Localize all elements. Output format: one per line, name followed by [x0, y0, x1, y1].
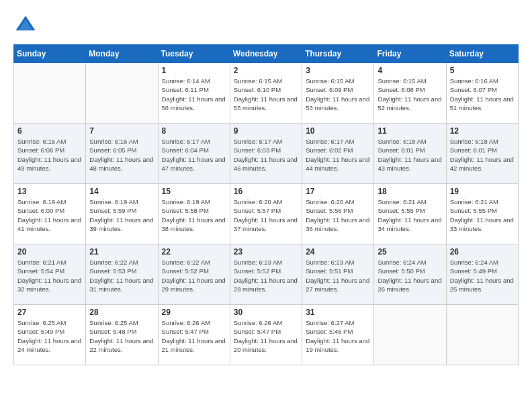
weekday-header: Tuesday	[158, 45, 230, 63]
logo	[13, 13, 40, 38]
calendar-week-row: 20Sunrise: 6:21 AM Sunset: 5:54 PM Dayli…	[14, 244, 519, 305]
day-number: 6	[17, 126, 82, 136]
day-info: Sunrise: 6:24 AM Sunset: 5:49 PM Dayligh…	[450, 258, 515, 293]
calendar-cell: 18Sunrise: 6:21 AM Sunset: 5:55 PM Dayli…	[374, 184, 446, 244]
day-number: 19	[450, 187, 515, 196]
day-number: 24	[306, 247, 370, 257]
calendar-cell	[446, 305, 518, 365]
weekday-header: Sunday	[14, 45, 86, 63]
day-number: 5	[450, 66, 515, 75]
day-number: 31	[306, 308, 370, 317]
calendar-cell: 31Sunrise: 6:27 AM Sunset: 5:46 PM Dayli…	[302, 305, 374, 365]
calendar-cell: 27Sunrise: 6:25 AM Sunset: 5:49 PM Dayli…	[14, 305, 86, 365]
day-info: Sunrise: 6:16 AM Sunset: 6:05 PM Dayligh…	[89, 137, 154, 173]
day-info: Sunrise: 6:21 AM Sunset: 5:54 PM Dayligh…	[17, 258, 82, 293]
day-info: Sunrise: 6:22 AM Sunset: 5:52 PM Dayligh…	[162, 258, 226, 293]
day-info: Sunrise: 6:22 AM Sunset: 5:53 PM Dayligh…	[89, 258, 154, 293]
calendar-table: SundayMondayTuesdayWednesdayThursdayFrid…	[13, 44, 519, 365]
calendar-cell: 22Sunrise: 6:22 AM Sunset: 5:52 PM Dayli…	[158, 244, 230, 305]
day-info: Sunrise: 6:16 AM Sunset: 6:06 PM Dayligh…	[17, 137, 82, 173]
calendar-cell	[374, 305, 446, 365]
day-info: Sunrise: 6:23 AM Sunset: 5:51 PM Dayligh…	[306, 258, 370, 293]
day-number: 2	[234, 66, 298, 75]
day-info: Sunrise: 6:23 AM Sunset: 5:52 PM Dayligh…	[234, 258, 298, 293]
day-info: Sunrise: 6:17 AM Sunset: 6:04 PM Dayligh…	[162, 137, 226, 173]
day-info: Sunrise: 6:26 AM Sunset: 5:47 PM Dayligh…	[162, 318, 226, 354]
logo-icon	[13, 13, 38, 38]
weekday-header: Monday	[86, 45, 158, 63]
day-info: Sunrise: 6:21 AM Sunset: 5:55 PM Dayligh…	[450, 197, 515, 233]
calendar-cell: 10Sunrise: 6:17 AM Sunset: 6:02 PM Dayli…	[302, 124, 374, 184]
page-header	[13, 13, 519, 38]
day-info: Sunrise: 6:17 AM Sunset: 6:03 PM Dayligh…	[234, 137, 298, 173]
calendar-cell	[14, 63, 86, 124]
weekday-header: Saturday	[446, 45, 518, 63]
day-number: 8	[162, 126, 226, 136]
day-number: 15	[162, 187, 226, 196]
calendar-cell: 15Sunrise: 6:19 AM Sunset: 5:58 PM Dayli…	[158, 184, 230, 244]
day-info: Sunrise: 6:24 AM Sunset: 5:50 PM Dayligh…	[378, 258, 442, 293]
calendar-week-row: 1Sunrise: 6:14 AM Sunset: 6:11 PM Daylig…	[14, 63, 519, 124]
calendar-cell: 21Sunrise: 6:22 AM Sunset: 5:53 PM Dayli…	[86, 244, 158, 305]
calendar-cell: 3Sunrise: 6:15 AM Sunset: 6:09 PM Daylig…	[302, 63, 374, 124]
day-number: 25	[378, 247, 442, 257]
calendar-cell: 8Sunrise: 6:17 AM Sunset: 6:04 PM Daylig…	[158, 124, 230, 184]
day-number: 29	[162, 308, 226, 317]
calendar-cell: 17Sunrise: 6:20 AM Sunset: 5:56 PM Dayli…	[302, 184, 374, 244]
day-info: Sunrise: 6:18 AM Sunset: 6:01 PM Dayligh…	[450, 137, 515, 173]
day-number: 13	[17, 187, 82, 196]
day-number: 7	[89, 126, 154, 136]
day-number: 18	[378, 187, 442, 196]
day-info: Sunrise: 6:16 AM Sunset: 6:07 PM Dayligh…	[450, 77, 515, 112]
calendar-header-row: SundayMondayTuesdayWednesdayThursdayFrid…	[14, 45, 519, 63]
day-info: Sunrise: 6:15 AM Sunset: 6:08 PM Dayligh…	[378, 77, 442, 112]
day-number: 30	[234, 308, 298, 317]
calendar-cell: 6Sunrise: 6:16 AM Sunset: 6:06 PM Daylig…	[14, 124, 86, 184]
calendar-cell: 28Sunrise: 6:25 AM Sunset: 5:48 PM Dayli…	[86, 305, 158, 365]
calendar-cell: 5Sunrise: 6:16 AM Sunset: 6:07 PM Daylig…	[446, 63, 518, 124]
day-number: 26	[450, 247, 515, 257]
day-info: Sunrise: 6:19 AM Sunset: 6:00 PM Dayligh…	[17, 197, 82, 233]
day-info: Sunrise: 6:21 AM Sunset: 5:55 PM Dayligh…	[378, 197, 442, 233]
day-number: 12	[450, 126, 515, 136]
day-number: 27	[17, 308, 82, 317]
calendar-week-row: 13Sunrise: 6:19 AM Sunset: 6:00 PM Dayli…	[14, 184, 519, 244]
calendar-week-row: 6Sunrise: 6:16 AM Sunset: 6:06 PM Daylig…	[14, 124, 519, 184]
weekday-header: Thursday	[302, 45, 374, 63]
calendar-cell: 2Sunrise: 6:15 AM Sunset: 6:10 PM Daylig…	[230, 63, 302, 124]
calendar-cell: 11Sunrise: 6:18 AM Sunset: 6:01 PM Dayli…	[374, 124, 446, 184]
day-number: 20	[17, 247, 82, 257]
calendar-cell: 20Sunrise: 6:21 AM Sunset: 5:54 PM Dayli…	[14, 244, 86, 305]
calendar-cell: 26Sunrise: 6:24 AM Sunset: 5:49 PM Dayli…	[446, 244, 518, 305]
calendar-cell: 24Sunrise: 6:23 AM Sunset: 5:51 PM Dayli…	[302, 244, 374, 305]
day-number: 1	[162, 66, 226, 75]
weekday-header: Wednesday	[230, 45, 302, 63]
calendar-cell	[86, 63, 158, 124]
day-number: 10	[306, 126, 370, 136]
day-info: Sunrise: 6:19 AM Sunset: 5:59 PM Dayligh…	[89, 197, 154, 233]
day-info: Sunrise: 6:18 AM Sunset: 6:01 PM Dayligh…	[378, 137, 442, 173]
day-number: 16	[234, 187, 298, 196]
calendar-cell: 30Sunrise: 6:26 AM Sunset: 5:47 PM Dayli…	[230, 305, 302, 365]
calendar-cell: 13Sunrise: 6:19 AM Sunset: 6:00 PM Dayli…	[14, 184, 86, 244]
calendar-cell: 25Sunrise: 6:24 AM Sunset: 5:50 PM Dayli…	[374, 244, 446, 305]
day-number: 23	[234, 247, 298, 257]
day-info: Sunrise: 6:25 AM Sunset: 5:48 PM Dayligh…	[89, 318, 154, 354]
weekday-header: Friday	[374, 45, 446, 63]
day-number: 3	[306, 66, 370, 75]
day-info: Sunrise: 6:17 AM Sunset: 6:02 PM Dayligh…	[306, 137, 370, 173]
calendar-cell: 19Sunrise: 6:21 AM Sunset: 5:55 PM Dayli…	[446, 184, 518, 244]
day-number: 28	[89, 308, 154, 317]
day-info: Sunrise: 6:27 AM Sunset: 5:46 PM Dayligh…	[306, 318, 370, 354]
day-number: 9	[234, 126, 298, 136]
calendar-week-row: 27Sunrise: 6:25 AM Sunset: 5:49 PM Dayli…	[14, 305, 519, 365]
calendar-cell: 4Sunrise: 6:15 AM Sunset: 6:08 PM Daylig…	[374, 63, 446, 124]
day-number: 4	[378, 66, 442, 75]
calendar-cell: 14Sunrise: 6:19 AM Sunset: 5:59 PM Dayli…	[86, 184, 158, 244]
day-info: Sunrise: 6:26 AM Sunset: 5:47 PM Dayligh…	[234, 318, 298, 354]
day-number: 22	[162, 247, 226, 257]
day-info: Sunrise: 6:20 AM Sunset: 5:57 PM Dayligh…	[234, 197, 298, 233]
day-number: 14	[89, 187, 154, 196]
day-number: 17	[306, 187, 370, 196]
calendar-cell: 7Sunrise: 6:16 AM Sunset: 6:05 PM Daylig…	[86, 124, 158, 184]
